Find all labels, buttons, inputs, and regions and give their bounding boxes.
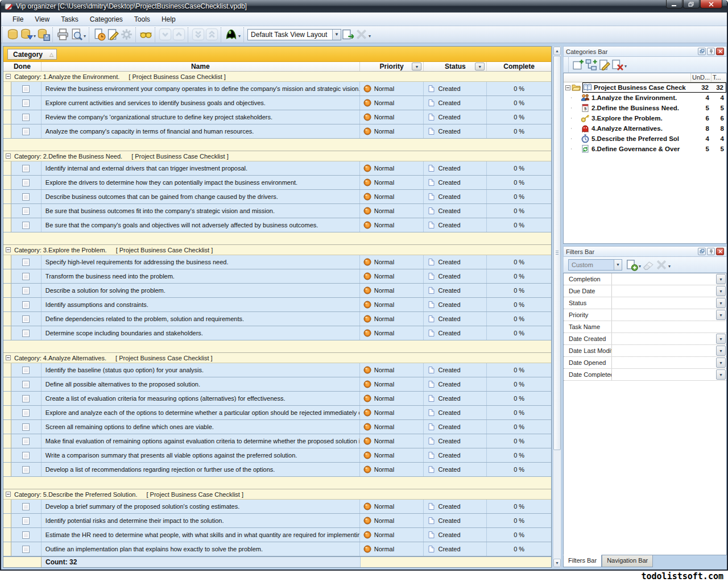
priority-cell[interactable]: Normal xyxy=(360,161,424,175)
task-row[interactable]: Be sure that business outcomes fit into … xyxy=(3,204,551,218)
status-cell[interactable]: Created xyxy=(424,269,487,283)
collapse-icon[interactable] xyxy=(6,74,11,79)
filter-dropdown-button[interactable]: ▼ xyxy=(716,286,726,296)
layout-combo-dropdown-icon[interactable]: ▼ xyxy=(332,30,341,40)
filter-value-field[interactable] xyxy=(612,369,715,380)
priority-cell[interactable]: Normal xyxy=(360,326,424,340)
category-group-row[interactable]: Category: 3.Explore the Problem.[ Projec… xyxy=(3,245,551,255)
task-name-cell[interactable]: Identify internal and external drivers t… xyxy=(42,161,360,175)
menu-help[interactable]: Help xyxy=(156,13,181,26)
done-checkbox[interactable] xyxy=(22,395,30,402)
tree-category-row[interactable]: 6.Define Governance & Over55 xyxy=(564,144,726,154)
filter-value-field[interactable] xyxy=(612,333,715,344)
priority-cell[interactable]: Normal xyxy=(360,255,424,269)
task-name-cell[interactable]: Screen all remaining options to define w… xyxy=(42,420,360,434)
task-name-cell[interactable]: Develop a brief summary of the proposed … xyxy=(42,500,360,513)
task-name-cell[interactable]: Explore the drivers to determine how the… xyxy=(42,176,360,189)
done-checkbox[interactable] xyxy=(22,259,30,266)
status-cell[interactable]: Created xyxy=(424,406,487,419)
tree-column-undone[interactable]: UnD... xyxy=(691,73,712,82)
done-checkbox[interactable] xyxy=(22,503,30,510)
done-checkbox[interactable] xyxy=(22,287,30,294)
tree-root-selection[interactable]: Project Business Case Check3232 xyxy=(582,82,726,93)
done-checkbox[interactable] xyxy=(22,99,30,107)
done-checkbox[interactable] xyxy=(22,438,30,445)
status-cell[interactable]: Created xyxy=(424,176,487,189)
status-cell[interactable]: Created xyxy=(424,82,487,95)
category-group-row[interactable]: Category: 1.Analyze the Environment.[ Pr… xyxy=(3,72,551,82)
filter-value-field[interactable] xyxy=(612,357,715,368)
done-checkbox[interactable] xyxy=(22,466,30,473)
status-cell[interactable]: Created xyxy=(424,514,487,527)
filter-dropdown-button[interactable]: ▼ xyxy=(716,357,726,368)
new-category-button[interactable] xyxy=(572,59,585,71)
category-group-row[interactable]: Category: 4.Analyze Alternatives.[ Proje… xyxy=(3,353,551,363)
apply-layout-button[interactable] xyxy=(341,28,354,41)
layout-combo[interactable]: Default Task View Layout▼ xyxy=(247,29,341,40)
filter-value-field[interactable] xyxy=(612,273,715,285)
priority-cell[interactable]: Normal xyxy=(360,406,424,419)
status-cell[interactable]: Created xyxy=(424,434,487,448)
priority-cell[interactable]: Normal xyxy=(360,420,424,434)
collapse-icon[interactable] xyxy=(6,355,11,360)
status-cell[interactable]: Created xyxy=(424,190,487,203)
delete-category-button[interactable] xyxy=(611,59,624,71)
column-header-status[interactable]: Status▼ xyxy=(424,62,487,71)
priority-cell[interactable]: Normal xyxy=(360,500,424,513)
filter-dropdown-button[interactable]: ▼ xyxy=(716,298,726,308)
task-row[interactable]: Explore and analyze each of the options … xyxy=(3,406,551,420)
task-name-cell[interactable]: Review the company's 'organizational str… xyxy=(42,110,360,124)
dropdown-caret-icon[interactable]: ▾ xyxy=(369,34,371,39)
dropdown-caret-icon[interactable]: ▾ xyxy=(34,34,36,39)
done-checkbox[interactable] xyxy=(22,315,30,323)
dropdown-caret-icon[interactable]: ▾ xyxy=(84,34,86,39)
categories-bar-pin-icon[interactable] xyxy=(707,48,715,55)
priority-cell[interactable]: Normal xyxy=(360,284,424,297)
status-cell[interactable]: Created xyxy=(424,420,487,434)
status-cell[interactable]: Created xyxy=(424,377,487,391)
task-name-cell[interactable]: Be sure that the company's goals and obj… xyxy=(42,218,360,232)
sort-ascending-icon[interactable]: △ xyxy=(47,49,57,60)
menu-view[interactable]: View xyxy=(29,13,55,26)
column-header-priority[interactable]: Priority▼ xyxy=(360,62,424,71)
status-cell[interactable]: Created xyxy=(424,326,487,340)
print-button[interactable] xyxy=(56,28,69,41)
menu-file[interactable]: File xyxy=(7,13,29,26)
task-settings-button[interactable] xyxy=(120,28,133,41)
task-name-cell[interactable]: Explore current activities and services … xyxy=(42,96,360,110)
task-name-cell[interactable]: Identify the baseline (status quo option… xyxy=(42,363,360,377)
status-cell[interactable]: Created xyxy=(424,96,487,110)
task-row[interactable]: Describe a solution for solving the prob… xyxy=(3,284,551,298)
restore-button[interactable] xyxy=(683,0,700,9)
task-name-cell[interactable]: Estimate the HR need to determine what p… xyxy=(42,528,360,542)
print-preview-button[interactable] xyxy=(70,28,83,41)
task-row[interactable]: Estimate the HR need to determine what p… xyxy=(3,528,551,542)
task-name-cell[interactable]: Analyze the company's capacity in terms … xyxy=(42,124,360,138)
priority-cell[interactable]: Normal xyxy=(360,448,424,462)
save-database-button[interactable] xyxy=(37,28,50,41)
priority-cell[interactable]: Normal xyxy=(360,82,424,95)
tree-category-row[interactable]: 4.Analyze Alternatives.88 xyxy=(564,123,726,134)
dropdown-caret-icon[interactable]: ▾ xyxy=(238,34,241,39)
done-checkbox[interactable] xyxy=(22,193,30,201)
filter-dropdown-button[interactable]: ▼ xyxy=(716,274,726,284)
task-name-cell[interactable]: Make final evaluation of remaining optio… xyxy=(42,434,360,448)
task-row[interactable]: Define dependencies related to the probl… xyxy=(3,312,551,326)
priority-cell[interactable]: Normal xyxy=(360,96,424,110)
filters-bar-restore-icon[interactable] xyxy=(698,248,706,255)
task-name-cell[interactable]: Explore and analyze each of the options … xyxy=(42,406,360,419)
task-name-cell[interactable]: Identify assumptions and constraints. xyxy=(42,298,360,311)
priority-cell[interactable]: Normal xyxy=(360,463,424,476)
done-checkbox[interactable] xyxy=(22,222,30,229)
filter-dropdown-button[interactable]: ▼ xyxy=(716,310,726,320)
tab-filters-bar[interactable]: Filters Bar xyxy=(563,555,602,567)
task-row[interactable]: Determine scope including boundaries and… xyxy=(3,326,551,340)
status-cell[interactable]: Created xyxy=(424,363,487,377)
done-checkbox[interactable] xyxy=(22,452,30,459)
tree-category-row[interactable]: 52.Define the Business Need.55 xyxy=(564,103,726,113)
collapse-icon[interactable] xyxy=(6,153,11,159)
done-checkbox[interactable] xyxy=(22,165,30,172)
tree-category-row[interactable]: 1.Analyze the Environment.44 xyxy=(564,93,726,103)
task-row[interactable]: Transform the business need into the pro… xyxy=(3,269,551,284)
priority-cell[interactable]: Normal xyxy=(360,377,424,391)
